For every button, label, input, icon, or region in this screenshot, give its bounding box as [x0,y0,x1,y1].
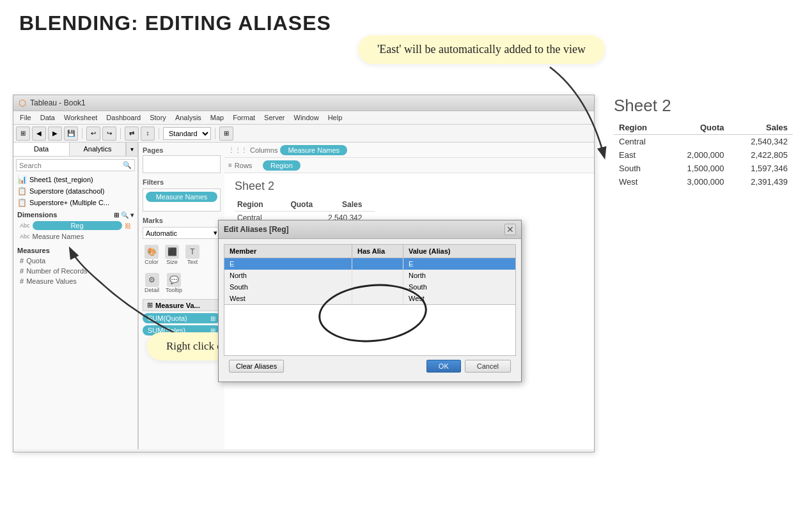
dialog-close-btn[interactable]: ✕ [504,224,516,235]
right-shelf: Pages Filters Measure Names Marks Automa… [138,143,224,449]
marks-size-btn[interactable]: ⬛ Size [163,243,181,267]
datasource-icon-3: 📋 [17,198,27,207]
table-row: East 2,000,000 2,422,805 [614,148,793,162]
marks-detail-label: Detail [144,287,159,293]
columns-measure-names-pill[interactable]: Measure Names [280,145,347,155]
tab-data[interactable]: Data [13,143,70,156]
marks-detail-btn[interactable]: ⚙ Detail [143,271,161,295]
toolbar-back-btn[interactable]: ◀ [32,127,46,141]
pages-label: Pages [143,146,221,154]
menu-file[interactable]: File [16,112,35,123]
dim-sort-btn[interactable]: ⊞ [114,212,119,219]
panel-tabs: Data Analytics ▾ [13,143,137,157]
tab-analytics[interactable]: Analytics [70,143,126,156]
mv-quota-label: SUM(Quota) [148,314,187,322]
measure-quota[interactable]: # Quota [13,256,137,266]
annotation-top: 'East' will be automatically added to th… [358,35,605,64]
result-sheet-title: Sheet 2 [614,96,793,116]
dim-measure-names-label: Measure Names [33,233,84,240]
menu-help[interactable]: Help [324,112,347,123]
datasource-secondary-1[interactable]: 📋 Superstore (dataschool) [13,185,137,197]
measure-quota-label: Quota [26,257,45,265]
dialog-cell-alias [352,281,403,293]
toolbar-sort-btn[interactable]: ↕ [141,127,155,141]
text-icon: T [185,245,199,259]
dim-reg[interactable]: Abc Reg ⛓ [13,220,137,231]
marks-size-label: Size [166,259,178,265]
result-col-sales: Sales [729,121,793,135]
marks-color-label: Color [144,259,159,265]
dim-link-icon: ⛓ [125,222,131,229]
datasource-primary[interactable]: 📊 Sheet1 (test_region) [13,174,137,185]
rows-icon: ≡ [228,162,232,169]
table-row: West 3,000,000 2,391,439 [614,175,793,189]
datasource-secondary-2[interactable]: 📋 Superstore+ (Multiple C... [13,197,137,208]
marks-tooltip-btn[interactable]: 💬 Tooltip [164,271,184,295]
pages-box [143,155,221,173]
marks-tooltip-label: Tooltip [166,287,182,293]
columns-shelf: ⋮⋮⋮ Columns Measure Names [224,143,594,158]
menu-bar[interactable]: File Data Worksheet Dashboard Story Anal… [13,111,594,125]
menu-map[interactable]: Map [207,112,228,123]
menu-story[interactable]: Story [146,112,170,123]
dialog-row-north[interactable]: North North [224,270,515,281]
toolbar-undo-btn[interactable]: ↩ [86,127,100,141]
toolbar-home-btn[interactable]: ⊞ [16,127,30,141]
datasource-icon: 📊 [17,175,27,184]
dialog-cell-value: E [403,258,515,270]
dialog-footer: Clear Aliases OK Cancel [224,356,516,376]
datasource-name-3: Superstore+ (Multiple C... [29,199,109,206]
toolbar-view-dropdown[interactable]: Standard [163,127,211,140]
rows-region-pill[interactable]: Region [263,160,301,171]
menu-dashboard[interactable]: Dashboard [102,112,144,123]
dimensions-label: Dimensions [17,211,57,219]
toolbar-fwd-btn[interactable]: ▶ [48,127,62,141]
sheet-title: Sheet 2 [235,180,584,193]
columns-shelf-label: ⋮⋮⋮ Columns [228,146,277,154]
ok-button[interactable]: OK [426,360,461,373]
color-icon: 🎨 [144,245,159,259]
menu-data[interactable]: Data [36,112,59,123]
menu-worksheet[interactable]: Worksheet [60,112,101,123]
mv-quota[interactable]: SUM(Quota) ⊞ [143,313,221,323]
view-col-sales: Sales [325,198,375,212]
measure-values-label: Measure Values [26,277,77,285]
dim-measure-names[interactable]: Abc Measure Names [13,231,137,242]
dim-add-btn[interactable]: ▾ [130,212,134,219]
menu-analysis[interactable]: Analysis [171,112,205,123]
dialog-cell-alias [352,258,403,270]
dialog-col-member: Member [224,245,352,258]
toolbar-swap-btn[interactable]: ⇄ [125,127,139,141]
panel-expand-btn[interactable]: ▾ [126,143,137,156]
toolbar-redo-btn[interactable]: ↪ [102,127,116,141]
toolbar-show-btn[interactable]: ⊞ [219,127,233,141]
dim-search-btn[interactable]: 🔍 [121,212,129,219]
menu-format[interactable]: Format [229,112,259,123]
dialog-row-south[interactable]: South South [224,281,515,293]
dialog-row-west[interactable]: West West [224,293,515,304]
view-col-region: Region [235,198,276,212]
dim-reg-pill[interactable]: Reg [33,221,122,230]
marks-color-btn[interactable]: 🎨 Color [143,243,160,267]
menu-window[interactable]: Window [290,112,323,123]
left-panel: Data Analytics ▾ 🔍 📊 Sheet1 (test_region… [13,143,138,449]
filters-label: Filters [143,178,221,186]
marks-text-btn[interactable]: T Text [183,243,201,267]
filter-measure-names[interactable]: Measure Names [146,192,217,202]
search-icon: 🔍 [123,161,132,169]
clear-aliases-button[interactable]: Clear Aliases [229,360,284,373]
measure-values[interactable]: # Measure Values [13,276,137,286]
cancel-button[interactable]: Cancel [465,360,511,373]
dim-type-icon-2: Abc [20,233,30,240]
result-col-region: Region [614,121,666,135]
dialog-row-e[interactable]: E E [224,258,515,270]
datasource-name: Sheet1 (test_region) [29,176,93,183]
dialog-cell-alias [352,293,403,304]
toolbar-save-btn[interactable]: 💾 [64,127,78,141]
measure-records[interactable]: # Number of Records [13,266,137,276]
search-input[interactable] [19,162,123,169]
table-row: South 1,500,000 1,597,346 [614,162,793,175]
mv-expand-icon: ⊞ [147,301,153,309]
marks-dropdown[interactable]: Automatic ▾ [143,227,221,239]
menu-server[interactable]: Server [260,112,288,123]
